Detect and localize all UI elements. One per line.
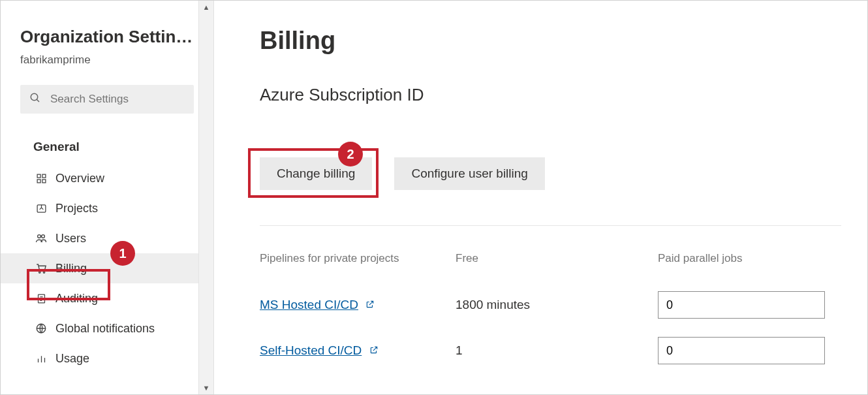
svg-point-0	[31, 93, 38, 101]
sidebar-item-label: Projects	[55, 202, 98, 215]
svg-point-10	[43, 272, 44, 273]
sidebar-header: Organization Settin… fabrikamprime	[1, 27, 213, 67]
pipelines-table: Pipelines for private projects Free Paid…	[260, 248, 841, 373]
users-icon	[33, 232, 49, 244]
sidebar-item-users[interactable]: Users	[1, 223, 213, 253]
table-row: Self-Hosted CI/CD 1	[260, 328, 841, 373]
section-label-general: General	[1, 114, 213, 163]
sidebar: Organization Settin… fabrikamprime Gener…	[1, 1, 214, 394]
svg-rect-2	[37, 174, 40, 178]
callout-1-label: 1	[119, 246, 126, 261]
paid-jobs-input-ms[interactable]	[658, 291, 825, 319]
usage-icon	[33, 353, 49, 364]
callout-1: 1	[110, 241, 135, 266]
overview-icon	[33, 173, 49, 184]
sidebar-item-label: Billing	[55, 262, 87, 276]
col-header-paid: Paid parallel jobs	[658, 248, 841, 282]
sidebar-item-auditing[interactable]: Auditing	[1, 283, 213, 313]
scroll-up-icon[interactable]: ▲	[199, 1, 213, 14]
search-icon	[29, 92, 41, 106]
svg-point-7	[38, 235, 41, 238]
auditing-icon	[33, 293, 49, 304]
col-header-free: Free	[456, 248, 658, 282]
sidebar-item-label: Global notifications	[55, 322, 155, 336]
sidebar-item-label: Overview	[55, 172, 104, 185]
app-frame: Organization Settin… fabrikamprime Gener…	[0, 0, 868, 395]
sidebar-item-projects[interactable]: Projects	[1, 193, 213, 223]
external-link-icon	[369, 343, 379, 357]
main-content: Billing Azure Subscription ID Change bil…	[214, 1, 867, 394]
sidebar-item-billing[interactable]: Billing	[1, 253, 213, 283]
sidebar-item-label: Users	[55, 232, 86, 245]
external-link-icon	[365, 298, 375, 311]
divider	[260, 225, 841, 226]
nav-list: Overview Projects Users Billing	[1, 163, 213, 373]
sidebar-scrollbar[interactable]: ▲ ▼	[198, 1, 213, 394]
org-settings-title: Organization Settin…	[20, 27, 194, 47]
sidebar-item-label: Usage	[55, 352, 89, 366]
free-value: 1800 minutes	[456, 282, 658, 328]
svg-rect-5	[42, 180, 45, 183]
callout-2-label: 2	[347, 147, 354, 162]
svg-rect-4	[37, 180, 40, 183]
configure-user-billing-button[interactable]: Configure user billing	[394, 157, 545, 190]
cart-icon	[33, 262, 49, 274]
svg-rect-3	[42, 174, 45, 178]
ms-hosted-link[interactable]: MS Hosted CI/CD	[260, 298, 358, 311]
sidebar-item-usage[interactable]: Usage	[1, 343, 213, 373]
callout-2: 2	[338, 142, 363, 166]
table-row: MS Hosted CI/CD 1800 minutes	[260, 282, 841, 328]
notifications-icon	[33, 323, 49, 334]
svg-point-8	[42, 235, 45, 238]
search-input[interactable]	[49, 92, 185, 106]
self-hosted-link[interactable]: Self-Hosted CI/CD	[260, 343, 362, 357]
search-box[interactable]	[20, 85, 194, 114]
sidebar-item-label: Auditing	[55, 292, 98, 306]
projects-icon	[33, 203, 49, 214]
col-header-pipelines: Pipelines for private projects	[260, 248, 456, 282]
sidebar-item-global-notifications[interactable]: Global notifications	[1, 313, 213, 343]
paid-jobs-input-self[interactable]	[658, 337, 825, 364]
sidebar-item-overview[interactable]: Overview	[1, 163, 213, 193]
org-name: fabrikamprime	[20, 54, 194, 67]
free-value: 1	[456, 328, 658, 373]
page-title: Billing	[260, 27, 841, 55]
svg-line-1	[37, 99, 39, 102]
svg-point-9	[39, 272, 40, 273]
subscription-id-heading: Azure Subscription ID	[260, 85, 841, 105]
scroll-down-icon[interactable]: ▼	[199, 381, 213, 394]
